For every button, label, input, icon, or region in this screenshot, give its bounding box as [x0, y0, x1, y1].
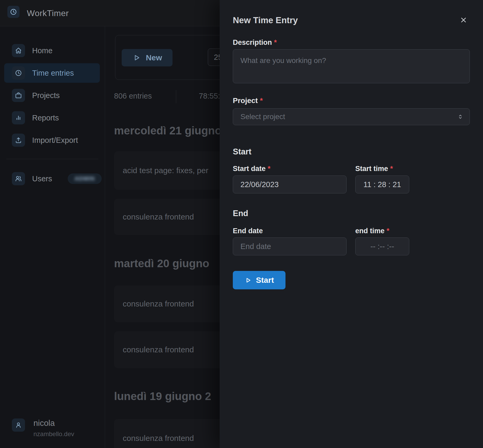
sidebar-item-label: Time entries [32, 69, 74, 77]
user-icon [12, 418, 25, 432]
upload-icon [12, 134, 25, 147]
project-select-placeholder: Select project [240, 113, 285, 121]
date-heading: lunedì 19 giugno 2 [114, 390, 211, 403]
entry-description: consulenza frontend [123, 299, 194, 308]
description-input[interactable] [233, 49, 470, 83]
end-time-input[interactable] [355, 237, 409, 255]
sidebar-item-time-entries[interactable]: Time entries [4, 63, 100, 83]
close-button[interactable] [457, 14, 470, 26]
start-timer-button[interactable]: Start [233, 271, 285, 289]
profile-domain: nzambello.dev [33, 430, 74, 438]
home-icon [12, 44, 25, 57]
sidebar: Home Time entries Projects Reports Impor… [0, 26, 105, 448]
sidebar-item-import-export[interactable]: Import/Export [4, 130, 100, 150]
description-label: Description* [233, 38, 277, 47]
entry-description: consulenza frontend [123, 212, 194, 221]
clock-icon [12, 66, 25, 80]
start-date-input[interactable] [233, 176, 347, 193]
entry-description: acid test page: fixes, per [123, 166, 208, 175]
play-icon [244, 277, 252, 284]
date-heading: mercoledì 21 giugno [114, 124, 221, 137]
chevron-up-down-icon [457, 113, 464, 120]
panel-title: New Time Entry [233, 15, 298, 25]
app-logo [7, 6, 19, 18]
start-time-input[interactable] [355, 176, 409, 193]
project-label: Project* [233, 96, 263, 105]
sidebar-item-projects[interactable]: Projects [4, 86, 100, 105]
entry-description: consulenza frontend [123, 434, 194, 443]
sidebar-item-label: Home [32, 46, 52, 55]
sidebar-item-label: Users [32, 174, 52, 183]
end-date-input[interactable] [233, 237, 347, 255]
sidebar-item-label: Projects [32, 91, 60, 100]
bar-chart-icon [12, 111, 25, 124]
end-time-label: end time* [355, 227, 390, 235]
briefcase-icon [12, 89, 25, 102]
project-select[interactable]: Select project [233, 108, 470, 125]
app-title: WorkTimer [27, 0, 69, 26]
sidebar-item-label: Import/Export [32, 136, 78, 145]
total-time: 78:55: [199, 92, 220, 100]
user-profile[interactable]: nicola nzambello.dev [12, 418, 74, 438]
new-button-label: New [146, 53, 162, 62]
new-entry-button[interactable]: New [122, 49, 172, 66]
start-date-label: Start date* [233, 165, 270, 173]
sidebar-item-home[interactable]: Home [4, 41, 100, 60]
entries-count: 806 entries [114, 92, 152, 100]
close-icon [460, 16, 467, 24]
play-icon [132, 53, 141, 62]
new-time-entry-panel: New Time Entry Description* Project* Sel… [220, 0, 483, 448]
end-section-heading: End [233, 209, 248, 218]
start-section-heading: Start [233, 147, 252, 157]
profile-name: nicola [33, 418, 74, 428]
date-heading: martedì 20 giugno [114, 257, 209, 270]
start-time-label: Start time* [355, 165, 393, 173]
clock-icon [10, 8, 17, 16]
sidebar-item-users[interactable]: Users ADMIN [4, 169, 100, 188]
sidebar-item-label: Reports [32, 114, 59, 122]
sidebar-divider [6, 159, 98, 159]
start-button-label: Start [256, 276, 274, 285]
users-icon [12, 172, 25, 185]
entry-description: consulenza frontend [123, 345, 194, 354]
admin-badge: ADMIN [68, 173, 102, 184]
end-date-label: End date [233, 227, 263, 235]
stats-divider [176, 90, 176, 103]
app-root: WorkTimer Home Time entries Projects Re [0, 0, 483, 448]
sidebar-item-reports[interactable]: Reports [4, 108, 100, 128]
